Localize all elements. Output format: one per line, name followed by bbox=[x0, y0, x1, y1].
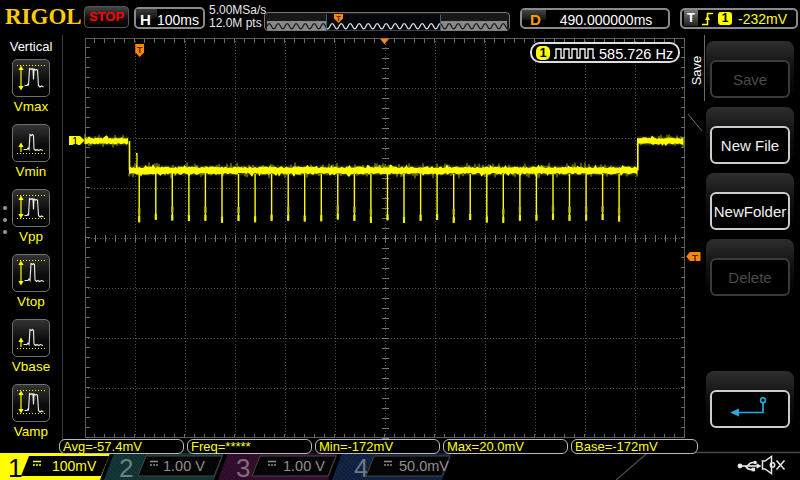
svg-text:1.00 V: 1.00 V bbox=[283, 458, 325, 474]
svg-text:100mV: 100mV bbox=[52, 458, 97, 474]
svg-text:3: 3 bbox=[236, 453, 250, 480]
svg-text:1.00 V: 1.00 V bbox=[163, 458, 205, 474]
svg-text:50.0mV: 50.0mV bbox=[399, 458, 449, 474]
svg-text:1: 1 bbox=[8, 453, 22, 480]
svg-text:2: 2 bbox=[119, 453, 133, 480]
